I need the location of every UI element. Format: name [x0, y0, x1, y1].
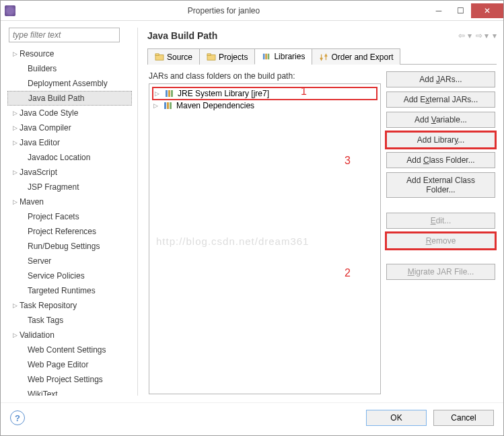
button-column: Add JARs... Add External JARs... Add Var…	[386, 71, 495, 394]
order-icon	[319, 53, 328, 61]
tree-item[interactable]: Web Content Settings	[7, 342, 132, 357]
svg-rect-4	[263, 54, 265, 60]
help-icon[interactable]: ?	[10, 410, 25, 425]
detail-pane: Java Build Path ⇦ ▾ ⇨ ▾ ▾ Source Project…	[137, 28, 497, 396]
svg-rect-7	[166, 90, 168, 97]
svg-rect-1	[155, 53, 159, 55]
projects-icon	[207, 53, 216, 61]
maximize-button[interactable]: ☐	[449, 3, 471, 18]
watermark: http://blog.csdn.net/dream361	[156, 235, 309, 247]
tree-item[interactable]: ▷Java Code Style	[7, 106, 132, 120]
lib-tree[interactable]: ▷ JRE System Library [jre7] ▷ Maven Depe…	[149, 83, 381, 394]
window-title: Properties for janleo	[20, 6, 428, 15]
add-variable-button[interactable]: Add Variable...	[386, 112, 495, 128]
annotation-3: 3	[345, 155, 351, 167]
source-icon	[155, 53, 164, 61]
annotation-2: 2	[345, 267, 351, 279]
tree-item[interactable]: Web Page Editor	[7, 357, 132, 372]
close-button[interactable]: ✕	[471, 3, 503, 18]
add-library-button[interactable]: Add Library...	[386, 132, 495, 148]
page-title: Java Build Path	[147, 30, 458, 41]
tab-order[interactable]: Order and Export	[312, 48, 400, 65]
tree-item[interactable]: Javadoc Location	[7, 150, 132, 165]
app-icon	[5, 5, 15, 16]
tree-item[interactable]: WikiText	[7, 387, 132, 396]
dialog-buttons: ? OK Cancel	[1, 402, 503, 435]
svg-rect-3	[207, 53, 211, 55]
minimize-button[interactable]: ─	[428, 3, 449, 18]
tab-libraries[interactable]: Libraries	[254, 48, 312, 65]
tree-item[interactable]: Targeted Runtimes	[7, 283, 132, 298]
library-icon	[164, 89, 175, 98]
svg-rect-12	[170, 102, 172, 109]
tree-item[interactable]: Web Project Settings	[7, 372, 132, 387]
expand-icon[interactable]: ▷	[153, 102, 160, 109]
tree-item[interactable]: Run/Debug Settings	[7, 239, 132, 254]
tree-item[interactable]: Project References	[7, 224, 132, 239]
tree-item[interactable]: JSP Fragment	[7, 180, 132, 194]
add-external-jars-button[interactable]: Add External JARs...	[386, 92, 495, 108]
tab-projects[interactable]: Projects	[199, 48, 255, 65]
nav-buttons: ⇦ ▾ ⇨ ▾ ▾	[458, 31, 497, 40]
tree-item[interactable]: Deployment Assembly	[7, 76, 132, 91]
back-icon[interactable]: ⇦ ▾	[458, 31, 471, 40]
tree-item[interactable]: ▷Resource	[7, 46, 132, 61]
cancel-button[interactable]: Cancel	[433, 410, 494, 426]
libraries-icon	[262, 52, 271, 61]
library-icon	[163, 101, 174, 110]
lib-list-label: JARs and class folders on the build path…	[149, 71, 381, 81]
remove-button[interactable]: Remove	[386, 233, 495, 249]
tree-item[interactable]: ▷Task Repository	[7, 298, 132, 313]
migrate-jar-button[interactable]: Migrate JAR File...	[386, 264, 495, 280]
lib-row-maven[interactable]: ▷ Maven Dependencies	[152, 100, 377, 111]
tree-item[interactable]: Service Policies	[7, 268, 132, 283]
tree-item[interactable]: Task Tags	[7, 313, 132, 328]
expand-icon[interactable]: ▷	[155, 90, 161, 97]
svg-rect-11	[167, 102, 169, 109]
add-jars-button[interactable]: Add JARs...	[386, 71, 495, 87]
tree-item[interactable]: ▷Validation	[7, 328, 132, 342]
tree-item[interactable]: ▷Maven	[7, 194, 132, 209]
tab-bar: Source Projects Libraries Order and Expo…	[147, 48, 497, 65]
tree-item[interactable]: ▷JavaScript	[7, 165, 132, 180]
menu-icon[interactable]: ▾	[493, 31, 497, 40]
svg-rect-5	[266, 54, 268, 60]
tree-item[interactable]: Project Facets	[7, 209, 132, 224]
titlebar: Properties for janleo ─ ☐ ✕	[1, 1, 503, 21]
forward-icon[interactable]: ⇨ ▾	[476, 31, 489, 40]
tree-item[interactable]: Java Build Path	[7, 91, 132, 106]
tree-item[interactable]: ▷Java Editor	[7, 135, 132, 150]
svg-rect-10	[164, 102, 166, 109]
filter-input[interactable]	[9, 28, 120, 42]
svg-rect-6	[268, 54, 270, 60]
category-tree[interactable]: ▷ResourceBuildersDeployment AssemblyJava…	[7, 45, 132, 396]
ok-button[interactable]: OK	[366, 410, 427, 426]
add-external-class-folder-button[interactable]: Add External Class Folder...	[386, 172, 495, 198]
tree-item[interactable]: ▷Java Compiler	[7, 120, 132, 135]
svg-rect-8	[168, 90, 170, 97]
annotation-1: 1	[301, 85, 307, 98]
lib-row-jre[interactable]: ▷ JRE System Library [jre7]	[152, 87, 377, 100]
tree-item[interactable]: Server	[7, 254, 132, 268]
add-class-folder-button[interactable]: Add Class Folder...	[386, 152, 495, 168]
tab-source[interactable]: Source	[147, 48, 200, 65]
category-tree-pane: ▷ResourceBuildersDeployment AssemblyJava…	[7, 28, 132, 396]
svg-rect-9	[171, 90, 173, 97]
edit-button[interactable]: Edit...	[386, 213, 495, 229]
tree-item[interactable]: Builders	[7, 61, 132, 76]
